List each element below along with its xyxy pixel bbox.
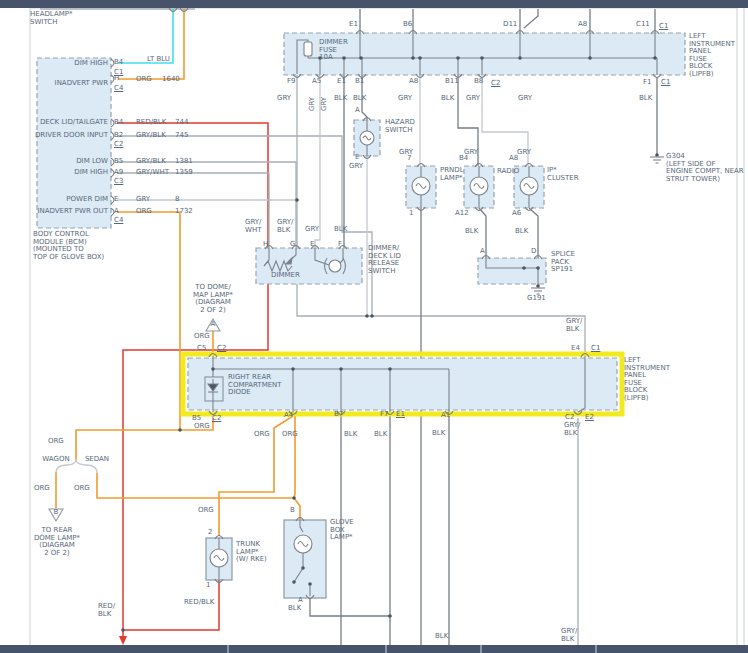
pin-label: A xyxy=(480,248,485,256)
component-label: DIMMER/ DECK LID RELEASE SWITCH xyxy=(368,245,401,275)
pin-label: H xyxy=(263,241,268,249)
wiring-diagram-page: HEADLAMP* SWITCHLT BLUB4C1DIM HIGHORG164… xyxy=(0,0,748,653)
pin-label: B2 xyxy=(114,132,123,140)
pin-label: B4 xyxy=(114,119,123,127)
wire-color-label: GRY xyxy=(309,97,317,111)
bcm-pin-name: POWER DIM xyxy=(66,196,108,204)
wire-color-label: RED/BLK xyxy=(136,119,166,127)
variant-label: SEDAN xyxy=(85,456,109,464)
bottom-bar-separator xyxy=(227,645,229,653)
wire-gry-bus xyxy=(297,75,585,354)
wire-color-label: LT BLU xyxy=(147,56,170,64)
wire-color-label: GRY/ BLK xyxy=(566,318,582,333)
pin-label: H xyxy=(114,75,119,83)
pin-label: E xyxy=(114,196,118,204)
pin-label: B6 xyxy=(403,21,412,29)
bcm-caption: BODY CONTROL MODULE (BCM) (MOUNTED TO TO… xyxy=(33,231,104,261)
pin-label: B4 xyxy=(114,59,123,67)
headlamp-switch-label: HEADLAMP* SWITCH xyxy=(30,11,72,26)
pin-label: B4 xyxy=(459,155,468,163)
wire-org-sedan xyxy=(97,473,294,498)
fuse-label: DIMMER FUSE 10A xyxy=(319,39,348,62)
pin-label: B5 xyxy=(114,158,123,166)
component-label: LEFT INSTRUMENT PANEL FUSE BLOCK (LIPFB) xyxy=(689,33,735,79)
pin-label: B11 xyxy=(445,78,459,86)
wire-org-a4b xyxy=(294,416,295,498)
connector-label: C2 xyxy=(217,345,226,353)
wire-color-label: BLK xyxy=(288,605,301,613)
bottom-bar-separator xyxy=(385,645,387,653)
wire-color-label: RED/BLK xyxy=(184,599,214,607)
wire-color-label: BLK xyxy=(334,95,347,103)
component-label: IP* CLUSTER xyxy=(547,167,579,182)
wire-color-label: GRY xyxy=(136,196,150,204)
connector-label: C1 xyxy=(661,79,670,87)
circuit-number: 744 xyxy=(175,119,188,127)
bottom-bar xyxy=(0,645,748,653)
pin-label: D11 xyxy=(503,21,517,29)
wire-color-label: ORG xyxy=(34,485,50,493)
connector-label: C4 xyxy=(114,85,123,93)
wire-color-label: BLK xyxy=(432,430,445,438)
pin-label: A8 xyxy=(409,78,418,86)
component-label: RADIO xyxy=(497,168,519,176)
wire-color-label: GRY xyxy=(466,95,480,103)
pin-label: 7 xyxy=(407,155,411,163)
component-label: PRNDL LAMP* xyxy=(440,167,464,182)
connector-label: C1 xyxy=(591,345,600,353)
wire-color-label: GRY/ BLK xyxy=(561,628,577,643)
component-label: LEFT INSTRUMENT PANEL FUSE BLOCK (LIPFB) xyxy=(624,357,670,403)
wire-org-1640 xyxy=(118,9,184,79)
pin-label: E xyxy=(310,241,314,249)
pin-label: C11 xyxy=(636,21,650,29)
pin-label: B1 xyxy=(355,78,364,86)
pin-label: E1 xyxy=(337,78,346,86)
wire-color-label: GRY xyxy=(277,95,291,103)
wire-color-label: BLK xyxy=(353,95,366,103)
bcm-pin-name: INADVERT PWR OUT xyxy=(37,208,108,216)
connector-label: C1 xyxy=(659,23,668,31)
pin-label: F7 xyxy=(380,411,388,419)
wire-color-label: BLK xyxy=(374,431,387,439)
wire-color-label: ORG xyxy=(198,507,214,515)
wire-color-label: ORG xyxy=(48,438,64,446)
page-border xyxy=(30,8,737,646)
pin-label: E1 xyxy=(349,21,358,29)
pin-label: B7 xyxy=(334,411,343,419)
wire-color-label: GRY xyxy=(305,226,319,234)
pin-label: E4 xyxy=(571,345,580,353)
wire-color-label: GRY xyxy=(518,95,532,103)
circuit-number: 1359 xyxy=(175,169,193,177)
wire-blk-glove-a xyxy=(310,598,390,616)
wire-color-label: ORG xyxy=(282,431,298,439)
pin-label: A9 xyxy=(114,169,123,177)
connector-triangle-label: B xyxy=(54,509,59,517)
glove-box-lamp-box xyxy=(284,520,326,598)
connector-label: C2 xyxy=(491,80,500,88)
fuse-symbol xyxy=(304,42,312,56)
pin-label: A4 xyxy=(284,412,293,420)
pin-label: F xyxy=(338,241,342,249)
bcm-pin-name: DIM HIGH xyxy=(74,169,108,177)
circuit-number: 1640 xyxy=(162,76,180,84)
wire-color-label: ORG xyxy=(74,485,90,493)
wire-color-label: BLK xyxy=(334,226,347,234)
circuit-number: 8 xyxy=(175,196,179,204)
diagram-canvas xyxy=(0,0,748,653)
wire-color-label: ORG xyxy=(254,431,270,439)
wire-color-label: BLK xyxy=(435,633,448,641)
bottom-bar-separator xyxy=(595,645,597,653)
wire-color-label: ORG xyxy=(194,333,210,341)
pin-label: F9 xyxy=(287,78,295,86)
wire-color-label: GRY xyxy=(349,163,363,171)
bcm-pin-name: DRIVER DOOR INPUT xyxy=(35,132,108,140)
wire-color-label: GRY/ BLK xyxy=(277,219,293,234)
connector-label: C3 xyxy=(114,178,123,186)
wire-color-label: ORG xyxy=(136,76,152,84)
offpage-label: TO DOME/ MAP LAMP* (DIAGRAM 2 OF 2) xyxy=(193,284,233,314)
wire-color-label: GRY xyxy=(517,149,531,157)
pin-label: A xyxy=(114,208,119,216)
wire-color-label: GRY xyxy=(321,97,329,111)
top-bar xyxy=(0,0,748,8)
pin-label: B8 xyxy=(474,78,483,86)
